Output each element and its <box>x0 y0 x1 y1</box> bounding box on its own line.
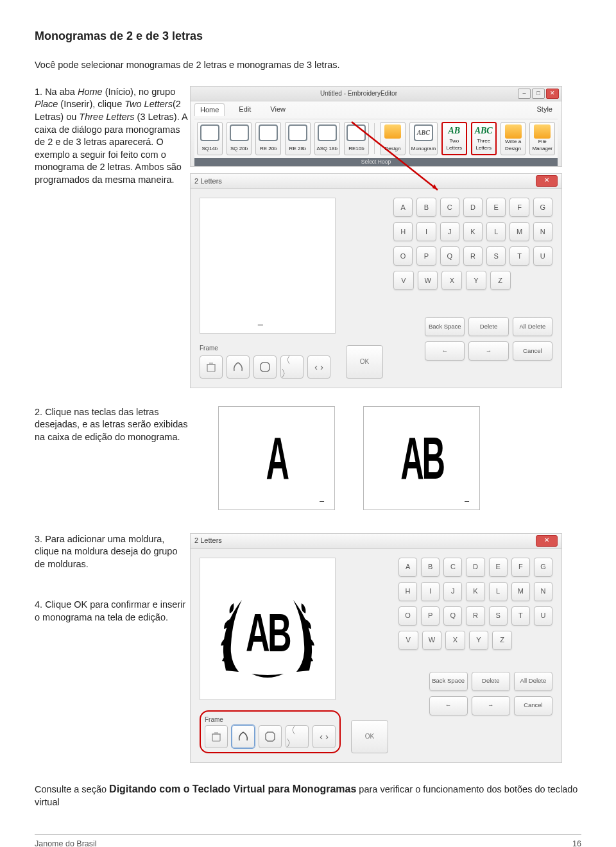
step1-c: (Início), no grupo <box>103 87 176 97</box>
key-v[interactable]: V <box>393 271 414 290</box>
tab-edit[interactable]: Edit <box>234 103 256 116</box>
key-j[interactable]: J <box>440 222 459 241</box>
frame-laurel-button-selected[interactable] <box>232 725 255 748</box>
minimize-button[interactable]: – <box>518 89 531 99</box>
key-p-3[interactable]: P <box>421 606 440 626</box>
all-delete-button-3[interactable]: All Delete <box>514 672 552 691</box>
frame-angles-button-3[interactable]: ‹ › <box>312 725 336 748</box>
key-v-3[interactable]: V <box>398 631 418 650</box>
brackets-frame-icon: 〈 〉 <box>281 354 303 380</box>
left-arrow-button-3[interactable]: ← <box>429 696 468 715</box>
ok-button[interactable]: OK <box>346 345 383 379</box>
key-b-3[interactable]: B <box>421 558 440 577</box>
file-manager-button[interactable]: File Manager <box>529 122 555 155</box>
frame-none-button-3[interactable] <box>205 725 228 748</box>
key-c-3[interactable]: C <box>443 558 462 577</box>
hoop-sq20b[interactable]: SQ 20b <box>227 122 252 155</box>
key-a[interactable]: A <box>393 198 413 217</box>
left-arrow-button[interactable]: ← <box>425 341 465 361</box>
tab-home[interactable]: Home <box>194 103 225 116</box>
backspace-button[interactable]: Back Space <box>425 317 465 336</box>
key-j-3[interactable]: J <box>443 582 462 601</box>
hoop-re28b[interactable]: RE 28b <box>285 122 311 155</box>
hoop-re20b[interactable]: RE 20b <box>255 122 281 155</box>
key-y-3[interactable]: Y <box>469 631 489 650</box>
delete-button[interactable]: Delete <box>468 317 508 336</box>
frame-laurel-button[interactable] <box>227 355 250 379</box>
delete-button-3[interactable]: Delete <box>472 672 510 691</box>
write-design-button[interactable]: Write a Design <box>501 122 526 155</box>
key-i-3[interactable]: I <box>421 582 440 601</box>
backspace-button-3[interactable]: Back Space <box>429 672 468 691</box>
key-g-3[interactable]: G <box>534 558 552 577</box>
tab-style[interactable]: Style <box>532 103 558 116</box>
right-arrow-button-3[interactable]: → <box>472 696 510 715</box>
key-l[interactable]: L <box>486 222 506 241</box>
key-t-3[interactable]: T <box>511 606 530 626</box>
right-arrow-button[interactable]: → <box>468 341 508 361</box>
key-f[interactable]: F <box>509 198 529 217</box>
hoop-asq18b[interactable]: ASQ 18b <box>314 122 340 155</box>
key-m[interactable]: M <box>509 222 529 241</box>
key-c[interactable]: C <box>440 198 459 217</box>
cancel-button[interactable]: Cancel <box>513 341 552 361</box>
frame-octagon-button[interactable] <box>253 355 277 379</box>
key-n[interactable]: N <box>533 222 552 241</box>
key-t[interactable]: T <box>509 246 529 266</box>
key-h-3[interactable]: H <box>398 582 417 601</box>
key-w[interactable]: W <box>418 271 438 290</box>
key-d-3[interactable]: D <box>466 558 484 577</box>
key-e-3[interactable]: E <box>489 558 508 577</box>
tab-view[interactable]: View <box>265 103 291 116</box>
key-i[interactable]: I <box>416 222 436 241</box>
ok-button-3[interactable]: OK <box>351 720 388 753</box>
key-o[interactable]: O <box>393 246 413 266</box>
three-letters-button[interactable]: ABCThree Letters <box>471 122 497 155</box>
frame-none-button[interactable] <box>200 355 223 379</box>
frame-octagon-button-3[interactable] <box>259 725 282 748</box>
key-n-3[interactable]: N <box>534 582 552 601</box>
key-k-3[interactable]: K <box>466 582 484 601</box>
key-z[interactable]: Z <box>490 271 511 290</box>
sample-ab: AB <box>400 418 443 498</box>
key-u[interactable]: U <box>533 246 552 266</box>
frame-brackets-button[interactable]: 〈 〉 <box>280 355 304 379</box>
two-letters-button[interactable]: ABTwo Letters <box>441 122 467 155</box>
key-m-3[interactable]: M <box>511 582 530 601</box>
key-q-3[interactable]: Q <box>443 606 462 626</box>
key-k[interactable]: K <box>463 222 483 241</box>
key-h[interactable]: H <box>393 222 413 241</box>
key-f-3[interactable]: F <box>511 558 530 577</box>
angles-frame-icon: ‹ › <box>320 730 329 743</box>
all-delete-button[interactable]: All Delete <box>513 317 552 336</box>
key-y[interactable]: Y <box>466 271 486 290</box>
key-x[interactable]: X <box>441 271 462 290</box>
key-u-3[interactable]: U <box>534 606 552 626</box>
close-button[interactable]: ✕ <box>546 89 559 99</box>
dialog-close-button[interactable]: ✕ <box>536 175 558 187</box>
key-b[interactable]: B <box>416 198 436 217</box>
key-q[interactable]: Q <box>440 246 459 266</box>
key-r[interactable]: R <box>463 246 483 266</box>
key-o-3[interactable]: O <box>398 606 417 626</box>
callout-arrow-icon <box>346 119 443 196</box>
key-e[interactable]: E <box>486 198 506 217</box>
key-g[interactable]: G <box>533 198 552 217</box>
key-s-3[interactable]: S <box>489 606 508 626</box>
maximize-button[interactable]: □ <box>532 89 545 99</box>
frame-angles-button[interactable]: ‹ › <box>307 355 330 379</box>
key-p[interactable]: P <box>416 246 436 266</box>
key-l-3[interactable]: L <box>489 582 508 601</box>
cancel-button-3[interactable]: Cancel <box>514 696 552 715</box>
key-a-3[interactable]: A <box>398 558 417 577</box>
key-x-3[interactable]: X <box>445 631 465 650</box>
hoop-sq14b[interactable]: SQ14b <box>197 122 223 155</box>
key-s[interactable]: S <box>486 246 506 266</box>
key-z-3[interactable]: Z <box>492 631 512 650</box>
key-w-3[interactable]: W <box>422 631 442 650</box>
frame-brackets-button-3[interactable]: 〈 〉 <box>286 725 309 748</box>
key-r-3[interactable]: R <box>466 606 484 626</box>
key-d[interactable]: D <box>463 198 483 217</box>
monogram-canvas: _ <box>200 198 336 334</box>
dialog-close-button-3[interactable]: ✕ <box>536 535 558 547</box>
